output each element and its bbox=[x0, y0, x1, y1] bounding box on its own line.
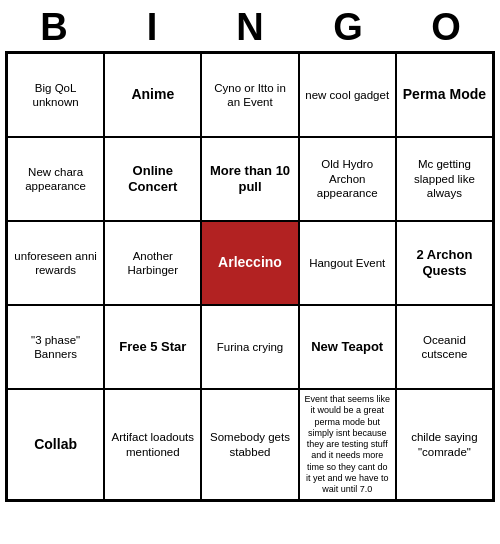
cell-0-0: Big QoL unknown bbox=[7, 53, 104, 137]
cell-2-2: Arleccino bbox=[201, 221, 298, 305]
letter-n: N bbox=[206, 6, 294, 49]
cell-2-1: Another Harbinger bbox=[104, 221, 201, 305]
bingo-grid: Big QoL unknownAnimeCyno or Itto in an E… bbox=[5, 51, 495, 502]
cell-3-0: "3 phase" Banners bbox=[7, 305, 104, 389]
cell-3-3: New Teapot bbox=[299, 305, 396, 389]
letter-b: B bbox=[10, 6, 98, 49]
letter-g: G bbox=[304, 6, 392, 49]
cell-0-4: Perma Mode bbox=[396, 53, 493, 137]
row-3: "3 phase" BannersFree 5 StarFurina cryin… bbox=[7, 305, 493, 389]
cell-3-4: Oceanid cutscene bbox=[396, 305, 493, 389]
cell-3-1: Free 5 Star bbox=[104, 305, 201, 389]
bingo-title: B I N G O bbox=[5, 0, 495, 51]
row-0: Big QoL unknownAnimeCyno or Itto in an E… bbox=[7, 53, 493, 137]
cell-2-4: 2 Archon Quests bbox=[396, 221, 493, 305]
cell-1-4: Mc getting slapped like always bbox=[396, 137, 493, 221]
letter-i: I bbox=[108, 6, 196, 49]
cell-1-2: More than 10 pull bbox=[201, 137, 298, 221]
cell-2-0: unforeseen anni rewards bbox=[7, 221, 104, 305]
row-4: CollabArtifact loadouts mentionedSomebod… bbox=[7, 389, 493, 500]
cell-1-1: Online Concert bbox=[104, 137, 201, 221]
cell-0-1: Anime bbox=[104, 53, 201, 137]
cell-4-3: Event that seems like it would be a grea… bbox=[299, 389, 396, 500]
row-2: unforeseen anni rewardsAnother Harbinger… bbox=[7, 221, 493, 305]
cell-4-2: Somebody gets stabbed bbox=[201, 389, 298, 500]
cell-0-3: new cool gadget bbox=[299, 53, 396, 137]
letter-o: O bbox=[402, 6, 490, 49]
cell-2-3: Hangout Event bbox=[299, 221, 396, 305]
cell-4-0: Collab bbox=[7, 389, 104, 500]
row-1: New chara appearanceOnline ConcertMore t… bbox=[7, 137, 493, 221]
cell-1-3: Old Hydro Archon appearance bbox=[299, 137, 396, 221]
cell-1-0: New chara appearance bbox=[7, 137, 104, 221]
cell-3-2: Furina crying bbox=[201, 305, 298, 389]
cell-4-4: childe saying "comrade" bbox=[396, 389, 493, 500]
cell-4-1: Artifact loadouts mentioned bbox=[104, 389, 201, 500]
cell-0-2: Cyno or Itto in an Event bbox=[201, 53, 298, 137]
